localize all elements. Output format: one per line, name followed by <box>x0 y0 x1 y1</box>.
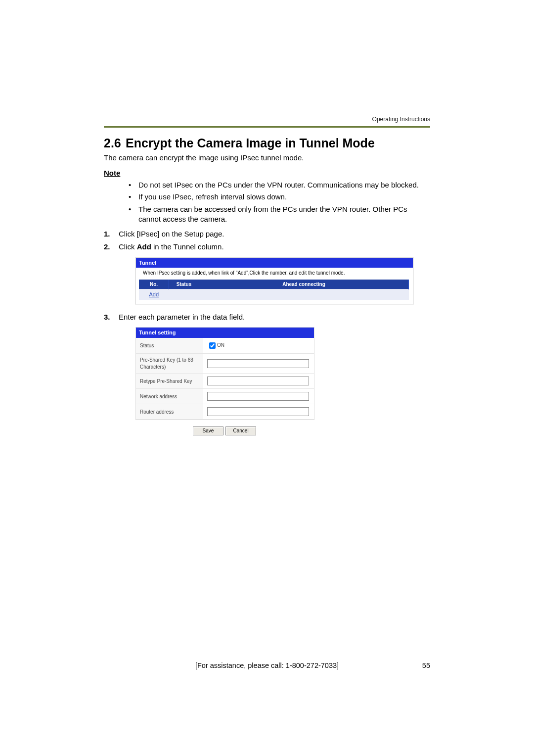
row-raddr-value <box>203 404 314 420</box>
note-item: Do not set IPsec on the PCs under the VP… <box>129 180 430 190</box>
tunnel-table: No. Status Ahead connecting Add <box>139 280 409 300</box>
section-intro: The camera can encrypt the image using I… <box>104 153 430 162</box>
step-number: 1. <box>104 229 110 239</box>
step-number: 3. <box>104 312 110 322</box>
note-item: If you use IPsec, refresh interval slows… <box>129 192 430 202</box>
step-text: Click [IPsec] on the Setup page. <box>119 230 224 238</box>
step-text: Enter each parameter in the data field. <box>119 313 245 321</box>
note-item: The camera can be accessed only from the… <box>129 204 430 225</box>
tunnel-panel-header: Tunnel <box>136 258 413 268</box>
step-text-suffix: in the Tunnel column. <box>151 242 224 251</box>
document-page: Operating Instructions 2.6Encrypt the Ca… <box>0 0 534 756</box>
row-psk-value <box>203 354 314 374</box>
step-number: 2. <box>104 242 110 252</box>
tunnel-panel-note: When IPsec setting is added, when link o… <box>136 268 413 280</box>
section-number: 2.6 <box>104 136 126 150</box>
tunnel-setting-table: Status ON Pre-Shared Key (1 to 63 Charac… <box>136 338 314 420</box>
note-label: Note <box>104 169 430 177</box>
page-footer: [For assistance, please call: 1-800-272-… <box>104 662 430 669</box>
tunnel-ahead-cell <box>199 289 409 300</box>
header-rule <box>104 126 430 128</box>
network-address-input[interactable] <box>207 392 309 401</box>
row-netaddr-value <box>203 389 314 404</box>
step-3: 3. Enter each parameter in the data fiel… <box>104 312 430 435</box>
tunnel-add-link[interactable]: Add <box>149 291 159 297</box>
cancel-button[interactable]: Cancel <box>225 426 256 435</box>
footer-assist: [For assistance, please call: 1-800-272-… <box>195 662 339 669</box>
running-head: Operating Instructions <box>372 116 430 123</box>
step-text-bold: Add <box>137 242 151 251</box>
tunnel-panel: Tunnel When IPsec setting is added, when… <box>135 257 413 305</box>
row-netaddr-label: Network address <box>136 389 203 404</box>
psk-input[interactable] <box>207 359 309 368</box>
page-number: 55 <box>422 662 430 669</box>
tunnel-setting-header: Tunnel setting <box>136 328 314 338</box>
row-raddr-label: Router address <box>136 404 203 420</box>
step-2: 2. Click Add in the Tunnel column. Tunne… <box>104 242 430 304</box>
tunnel-col-status: Status <box>169 280 199 289</box>
tunnel-col-ahead: Ahead connecting <box>199 280 409 289</box>
setting-button-bar: Save Cancel <box>135 425 313 435</box>
step-list: 1. Click [IPsec] on the Setup page. 2. C… <box>104 229 430 435</box>
status-on-checkbox[interactable] <box>209 342 216 349</box>
row-repsk-value <box>203 374 314 389</box>
row-psk-label: Pre-Shared Key (1 to 63 Characters) <box>136 354 203 374</box>
row-status-value: ON <box>203 338 314 354</box>
section-title: Encrypt the Camera Image in Tunnel Mode <box>126 136 375 150</box>
step-1: 1. Click [IPsec] on the Setup page. <box>104 229 430 239</box>
row-status-label: Status <box>136 338 203 354</box>
step-text-prefix: Click <box>119 242 137 251</box>
tunnel-col-no: No. <box>139 280 169 289</box>
status-on-text: ON <box>217 342 224 348</box>
note-list: Do not set IPsec on the PCs under the VP… <box>129 180 430 224</box>
row-repsk-label: Retype Pre-Shared Key <box>136 374 203 389</box>
section-heading: 2.6Encrypt the Camera Image in Tunnel Mo… <box>104 136 430 150</box>
tunnel-setting-panel: Tunnel setting Status ON Pre-Shared Key … <box>135 327 314 420</box>
tunnel-add-cell: Add <box>139 289 169 300</box>
router-address-input[interactable] <box>207 407 309 416</box>
tunnel-status-cell <box>169 289 199 300</box>
retype-psk-input[interactable] <box>207 377 309 385</box>
save-button[interactable]: Save <box>193 426 223 435</box>
